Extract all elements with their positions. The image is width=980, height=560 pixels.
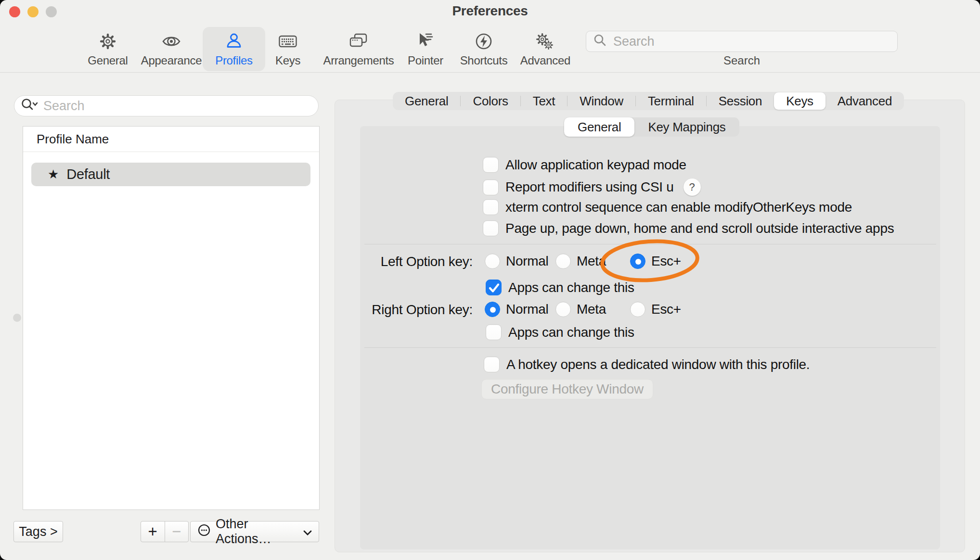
- toolbar-item-appearance[interactable]: Appearance: [140, 27, 203, 71]
- configure-hotkey-window-button[interactable]: Configure Hotkey Window: [481, 379, 653, 399]
- right-option-meta[interactable]: Meta: [555, 302, 606, 317]
- add-profile-button[interactable]: +: [141, 522, 165, 541]
- row-keypad-mode: Allow application keypad mode: [483, 157, 686, 173]
- right-option-normal[interactable]: Normal: [485, 302, 548, 317]
- toolbar-item-arrangements[interactable]: Arrangements: [320, 27, 397, 71]
- cursor-icon: [416, 27, 435, 51]
- checkbox-modifyotherkeys[interactable]: [483, 199, 499, 215]
- toolbar-label: Arrangements: [323, 54, 394, 67]
- left-option-esc[interactable]: Esc+: [630, 254, 681, 269]
- tab-text[interactable]: Text: [521, 92, 567, 110]
- checkbox-label: xterm control sequence can enable modify…: [505, 200, 852, 215]
- radio-label: Normal: [506, 254, 548, 269]
- radio-esc[interactable]: [630, 302, 645, 317]
- toolbar-label: Advanced: [520, 54, 570, 67]
- person-icon: [224, 27, 244, 51]
- other-actions-dropdown[interactable]: Other Actions…: [190, 521, 319, 542]
- toolbar-search-field[interactable]: Search: [586, 31, 898, 52]
- checkbox-allow-keypad-mode[interactable]: [483, 157, 499, 173]
- toolbar-item-pointer[interactable]: Pointer: [394, 27, 457, 71]
- radio-label: Normal: [506, 302, 548, 317]
- toolbar-item-general[interactable]: General: [77, 27, 139, 71]
- tab-general[interactable]: General: [393, 92, 460, 110]
- profile-list-column-header: Profile Name: [37, 132, 109, 147]
- checkbox-page-scroll-outside[interactable]: [483, 220, 499, 236]
- preferences-window: Preferences General Appearance Profiles …: [0, 0, 980, 560]
- checkbox-hotkey-window[interactable]: [484, 356, 500, 372]
- star-icon: ★: [48, 167, 59, 182]
- tags-button-label: Tags >: [19, 524, 57, 539]
- checkbox-label: Allow application keypad mode: [505, 157, 686, 173]
- toolbar-item-profiles[interactable]: Profiles: [203, 27, 265, 71]
- toolbar-label: Pointer: [408, 54, 443, 67]
- row-left-apps-can-change: Apps can change this: [486, 280, 634, 295]
- right-option-esc[interactable]: Esc+: [630, 302, 681, 317]
- checkbox-left-apps-can-change[interactable]: [486, 280, 502, 295]
- radio-esc-selected[interactable]: [630, 254, 645, 269]
- toolbar-label: Keys: [275, 54, 300, 67]
- search-options-icon: [20, 97, 39, 115]
- toolbar-item-shortcuts[interactable]: Shortcuts: [452, 27, 515, 71]
- tab-terminal[interactable]: Terminal: [636, 92, 706, 110]
- radio-meta[interactable]: [555, 254, 571, 269]
- radio-normal-selected[interactable]: [485, 302, 500, 317]
- row-hotkey: A hotkey opens a dedicated window with t…: [484, 356, 810, 372]
- row-right-apps-can-change: Apps can change this: [486, 324, 634, 340]
- toolbar-label: Profiles: [215, 54, 253, 67]
- toolbar-search-label: Search: [586, 54, 898, 67]
- eye-icon: [162, 27, 181, 51]
- subtab-general[interactable]: General: [564, 117, 634, 137]
- search-icon: [592, 32, 608, 51]
- divider: [364, 347, 936, 348]
- row-page-scroll: Page up, page down, home and end scroll …: [483, 220, 894, 236]
- search-placeholder: Search: [613, 34, 655, 49]
- left-option-key-label: Left Option key:: [337, 254, 473, 269]
- radio-normal[interactable]: [485, 254, 500, 269]
- tab-colors[interactable]: Colors: [461, 92, 520, 110]
- profile-tabbar: General Colors Text Window Terminal Sess…: [393, 92, 904, 110]
- help-button[interactable]: ?: [683, 178, 701, 196]
- tab-advanced[interactable]: Advanced: [825, 92, 904, 110]
- right-option-key-label: Right Option key:: [337, 302, 473, 318]
- left-option-normal[interactable]: Normal: [485, 254, 548, 269]
- divider: [23, 152, 319, 152]
- tab-session[interactable]: Session: [707, 92, 774, 110]
- radio-label: Meta: [577, 254, 606, 269]
- search-placeholder: Search: [43, 99, 85, 114]
- checkbox-label: Page up, page down, home and end scroll …: [505, 221, 894, 236]
- checkbox-report-csi-u[interactable]: [483, 179, 499, 195]
- toolbar-divider: [0, 72, 980, 73]
- checkbox-label: Apps can change this: [508, 325, 634, 340]
- ellipsis-circle-icon: [197, 523, 211, 540]
- toolbar-item-advanced[interactable]: Advanced: [514, 27, 577, 71]
- row-modifyotherkeys: xterm control sequence can enable modify…: [483, 199, 852, 215]
- other-actions-label: Other Actions…: [216, 517, 298, 547]
- left-option-meta[interactable]: Meta: [555, 254, 606, 269]
- checkbox-label: Apps can change this: [508, 280, 634, 295]
- configure-hotkey-label: Configure Hotkey Window: [491, 382, 644, 397]
- keys-subtabbar: General Key Mappings: [564, 117, 739, 137]
- checkbox-right-apps-can-change[interactable]: [486, 324, 502, 340]
- remove-profile-button[interactable]: −: [165, 522, 189, 541]
- radio-meta[interactable]: [555, 302, 571, 317]
- divider: [364, 244, 936, 244]
- radio-label: Esc+: [651, 302, 681, 317]
- window-title: Preferences: [0, 3, 980, 19]
- tab-window[interactable]: Window: [567, 92, 635, 110]
- row-csi-u: Report modifiers using CSI u ?: [483, 178, 701, 196]
- gears-icon: [535, 27, 556, 51]
- radio-label: Meta: [577, 302, 606, 317]
- radio-label: Esc+: [651, 254, 681, 269]
- subtab-key-mappings[interactable]: Key Mappings: [634, 117, 739, 137]
- chevron-down-icon: [303, 524, 312, 539]
- profile-name: Default: [66, 166, 110, 182]
- toolbar-label: Shortcuts: [460, 54, 508, 67]
- profile-row-default[interactable]: ★ Default: [31, 163, 310, 186]
- keyboard-icon: [278, 27, 297, 51]
- profile-search-field[interactable]: Search: [14, 95, 319, 116]
- tab-keys[interactable]: Keys: [774, 92, 825, 110]
- tags-button[interactable]: Tags >: [13, 521, 63, 542]
- toolbar-item-keys[interactable]: Keys: [257, 27, 319, 71]
- panel-drag-dot: [13, 314, 21, 322]
- checkbox-label: A hotkey opens a dedicated window with t…: [506, 357, 810, 372]
